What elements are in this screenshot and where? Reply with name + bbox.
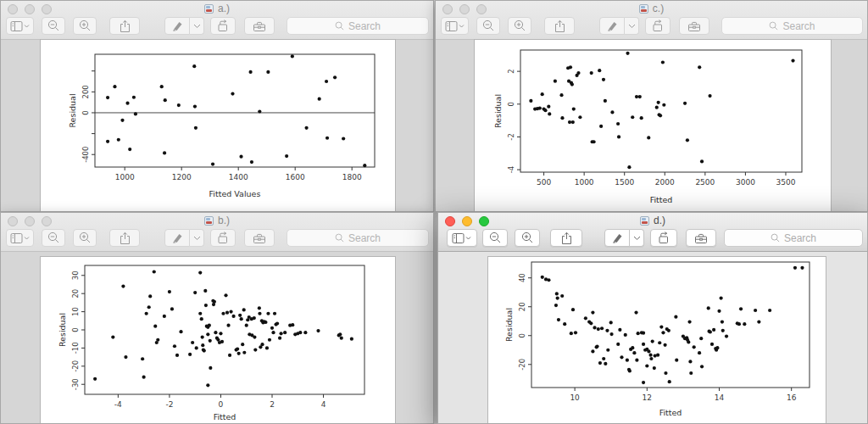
toolbox-button[interactable]: [244, 229, 275, 247]
zoom-in-icon: [514, 20, 526, 32]
rotate-button[interactable]: [650, 229, 677, 247]
titlebar[interactable]: d.): [438, 213, 867, 227]
zoom-in-button[interactable]: [73, 17, 97, 35]
svg-text:Fitted: Fitted: [650, 195, 673, 204]
share-icon: [560, 232, 573, 245]
window-b: b.): [0, 212, 434, 424]
scatter-plot-c: 500100015002000250030003500-4-202FittedR…: [475, 40, 831, 212]
rotate-button[interactable]: [210, 17, 236, 35]
zoom-out-button[interactable]: [42, 229, 65, 247]
document-icon: [640, 216, 649, 226]
document-icon: [639, 4, 648, 14]
markup-pen-icon: [171, 20, 184, 32]
zoom-out-button[interactable]: [42, 17, 65, 35]
markup-button[interactable]: [164, 17, 190, 35]
svg-text:Fitted Values: Fitted Values: [209, 189, 261, 198]
search-field[interactable]: Search: [724, 229, 863, 247]
svg-text:1500: 1500: [615, 178, 634, 187]
window-title: d.): [438, 215, 867, 226]
search-field[interactable]: Search: [721, 17, 863, 35]
search-placeholder: Search: [782, 20, 815, 32]
titlebar[interactable]: b.): [1, 213, 433, 227]
toolbox-button[interactable]: [679, 17, 709, 35]
svg-text:20: 20: [71, 289, 80, 298]
markup-dropdown-button[interactable]: [630, 229, 644, 247]
svg-text:-4: -4: [114, 400, 122, 409]
svg-text:1000: 1000: [115, 173, 135, 181]
svg-text:-10: -10: [71, 342, 80, 354]
zoom-in-icon: [521, 232, 534, 244]
zoom-in-button[interactable]: [73, 229, 97, 247]
markup-dropdown-button[interactable]: [190, 17, 204, 35]
svg-text:1800: 1800: [342, 173, 362, 181]
svg-text:10: 10: [570, 393, 580, 402]
zoom-out-icon: [482, 20, 495, 32]
sidebar-toggle-button[interactable]: [447, 229, 477, 247]
window-title-text: c.): [653, 3, 664, 14]
sidebar-icon: [10, 232, 31, 244]
chevron-down-icon: [25, 237, 29, 239]
search-placeholder: Search: [348, 20, 381, 32]
toolbox-icon: [253, 20, 266, 32]
rotate-icon: [216, 232, 230, 244]
document-page: 500100015002000250030003500-4-202FittedR…: [474, 39, 832, 212]
svg-text:1600: 1600: [286, 173, 305, 181]
window-chrome: c.): [436, 1, 867, 40]
sidebar-toggle-button[interactable]: [6, 17, 34, 35]
zoom-in-button[interactable]: [515, 229, 540, 247]
share-button[interactable]: [550, 229, 582, 247]
window-a: a.): [0, 0, 434, 212]
svg-text:-30: -30: [71, 378, 80, 390]
zoom-out-icon: [47, 20, 60, 32]
search-field[interactable]: Search: [287, 17, 429, 35]
sidebar-toggle-button[interactable]: [6, 229, 34, 247]
window-title-text: a.): [218, 3, 230, 14]
titlebar[interactable]: c.): [436, 1, 867, 15]
toolbar: Search: [438, 227, 867, 250]
rotate-button[interactable]: [645, 17, 670, 35]
toolbox-icon: [253, 232, 266, 244]
document-page: -4-2024-30-20-100102030FittedResidual: [40, 256, 396, 424]
toolbox-button[interactable]: [244, 17, 275, 35]
markup-dropdown-button[interactable]: [625, 17, 639, 35]
sidebar-toggle-button[interactable]: [441, 17, 469, 35]
search-field[interactable]: Search: [287, 229, 429, 247]
markup-button[interactable]: [604, 229, 630, 247]
zoom-out-button[interactable]: [482, 229, 508, 247]
svg-text:30: 30: [71, 271, 80, 280]
toolbox-icon: [687, 20, 701, 32]
svg-text:10: 10: [71, 307, 80, 316]
share-button[interactable]: [109, 17, 140, 35]
svg-text:0: 0: [71, 327, 80, 332]
share-icon: [554, 20, 566, 33]
zoom-in-button[interactable]: [508, 17, 531, 35]
rotate-button[interactable]: [210, 229, 236, 247]
markup-pen-icon: [611, 232, 624, 244]
share-button[interactable]: [109, 229, 140, 247]
document-page: 10001200140016001800-4000200Fitted Value…: [40, 39, 396, 212]
zoom-in-icon: [79, 20, 92, 32]
markup-button[interactable]: [599, 17, 625, 35]
search-placeholder: Search: [784, 232, 816, 244]
chevron-down-icon: [193, 236, 201, 241]
chevron-down-icon: [466, 237, 470, 239]
zoom-out-icon: [489, 232, 502, 244]
zoom-out-button[interactable]: [476, 17, 500, 35]
svg-text:-2: -2: [165, 400, 173, 409]
titlebar[interactable]: a.): [1, 1, 433, 15]
svg-text:1000: 1000: [575, 178, 594, 187]
chevron-down-icon: [193, 24, 201, 29]
chevron-down-icon: [459, 25, 464, 27]
share-button[interactable]: [544, 17, 575, 35]
markup-button[interactable]: [164, 229, 190, 247]
document-page: 10121416-2002040FittedResidual: [487, 256, 826, 424]
document-icon: [204, 216, 214, 226]
svg-text:0: 0: [518, 333, 526, 338]
window-title: a.): [1, 3, 433, 14]
window-chrome: a.): [1, 1, 433, 40]
window-title: c.): [436, 3, 867, 14]
svg-text:Residual: Residual: [58, 313, 67, 347]
markup-dropdown-button[interactable]: [190, 229, 204, 247]
toolbox-button[interactable]: [686, 229, 716, 247]
zoom-out-icon: [47, 232, 60, 244]
